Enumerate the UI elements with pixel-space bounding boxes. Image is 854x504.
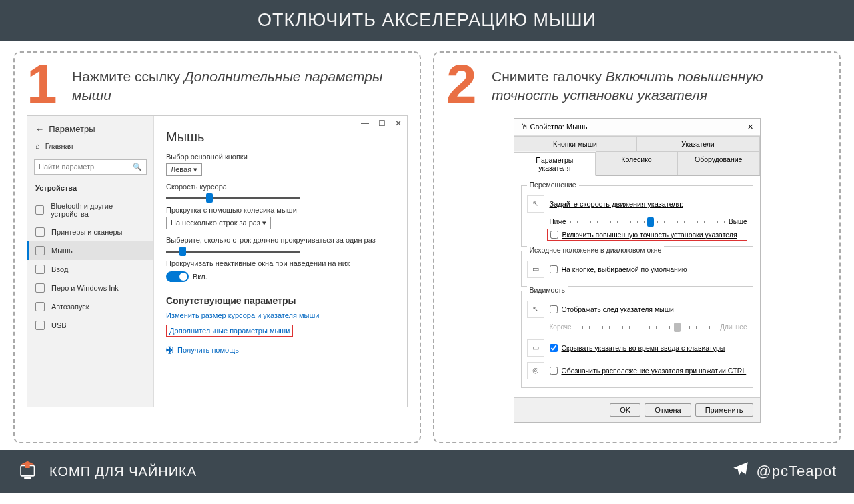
footer-handle: @pcTeapot bbox=[756, 463, 837, 480]
help-label: Получить помощь bbox=[177, 346, 239, 354]
checkbox-snap-to[interactable]: На кнопке, выбираемой по умолчанию bbox=[550, 265, 687, 273]
hide-typing-icon: ▭ bbox=[527, 339, 544, 357]
slider-low: Ниже bbox=[550, 218, 566, 225]
toggle-state: Вкл. bbox=[193, 273, 207, 281]
cursor-speed-slider[interactable] bbox=[166, 197, 300, 199]
sidebar-label: Принтеры и сканеры bbox=[51, 228, 122, 236]
dialog-titlebar: 🖱 Свойства: Мышь ✕ bbox=[514, 119, 760, 136]
step-2-caption-plain: Снимите галочку bbox=[492, 69, 606, 84]
snap-to-icon: ▭ bbox=[527, 261, 544, 278]
inactive-toggle[interactable]: Вкл. bbox=[166, 271, 207, 282]
group-vis-title: Видимость bbox=[527, 286, 568, 294]
checkbox-input[interactable] bbox=[550, 344, 558, 352]
autoplay-icon bbox=[35, 302, 45, 311]
link-cursor-size[interactable]: Изменить размер курсора и указателя мыши bbox=[166, 311, 395, 319]
sidebar-item-typing[interactable]: Ввод bbox=[27, 260, 153, 279]
usb-icon bbox=[35, 321, 45, 330]
sidebar-home[interactable]: ⌂Главная bbox=[27, 137, 153, 155]
step-1-caption-plain: Нажмите ссылку bbox=[72, 69, 184, 84]
group-snap-to: Исходное положение в диалоговом окне ▭ Н… bbox=[521, 251, 753, 287]
step-1-panel: 1 Нажмите ссылку Дополнительные параметр… bbox=[13, 51, 421, 443]
checkbox-trail[interactable]: Отображать след указателя мыши bbox=[550, 305, 674, 313]
sidebar-item-printers[interactable]: Принтеры и сканеры bbox=[27, 223, 153, 241]
checkbox-label: Отображать след указателя мыши bbox=[562, 305, 674, 313]
group-snap-title: Исходное положение в диалоговом окне bbox=[527, 246, 665, 254]
scroll-select[interactable]: На несколько строк за раз ▾ bbox=[166, 217, 271, 229]
step-1-caption: Нажмите ссылку Дополнительные параметры … bbox=[72, 59, 408, 105]
tabs-row-2: Параметры указателя Колесико Оборудовани… bbox=[514, 151, 760, 176]
home-icon: ⌂ bbox=[35, 142, 40, 150]
maximize-icon[interactable]: ☐ bbox=[378, 119, 386, 128]
sidebar-label: Перо и Windows Ink bbox=[51, 284, 119, 292]
home-label: Главная bbox=[45, 142, 73, 150]
sidebar-item-pen[interactable]: Перо и Windows Ink bbox=[27, 279, 153, 297]
checkbox-input[interactable] bbox=[550, 305, 558, 313]
keyboard-icon bbox=[35, 265, 45, 274]
tab-wheel[interactable]: Колесико bbox=[596, 151, 678, 175]
trail-long: Длиннее bbox=[720, 323, 747, 331]
primary-button-label: Выбор основной кнопки bbox=[166, 153, 395, 161]
close-icon[interactable]: ✕ bbox=[395, 119, 402, 128]
trail-short: Короче bbox=[550, 323, 572, 331]
checkbox-input[interactable] bbox=[550, 231, 558, 239]
app-title: Параметры bbox=[49, 124, 95, 134]
footer-brand: КОМП ДЛЯ ЧАЙНИКА bbox=[17, 460, 197, 483]
help-icon: 🕀 bbox=[166, 346, 173, 354]
mouse-properties-dialog: 🖱 Свойства: Мышь ✕ Кнопки мыши Указатели… bbox=[514, 118, 761, 423]
sidebar-item-usb[interactable]: USB bbox=[27, 316, 153, 335]
ctrl-locate-icon: ◎ bbox=[527, 362, 544, 379]
svg-marker-2 bbox=[21, 461, 34, 468]
search-input[interactable]: Найти параметр🔍 bbox=[34, 159, 147, 175]
printer-icon bbox=[35, 227, 45, 237]
search-icon: 🔍 bbox=[133, 163, 142, 171]
link-additional-mouse-params[interactable]: Дополнительные параметры мыши bbox=[166, 325, 293, 337]
page-title: ОТКЛЮЧИТЬ АКСЕЛЕРАЦИЮ МЫШИ bbox=[0, 0, 854, 41]
sidebar-item-autoplay[interactable]: Автозапуск bbox=[27, 297, 153, 316]
dialog-body: Перемещение ↖ Задайте скорость движения … bbox=[514, 176, 760, 397]
checkbox-ctrl-locate[interactable]: Обозначить расположение указателя при на… bbox=[550, 367, 747, 375]
sidebar-category: Устройства bbox=[27, 179, 153, 197]
cancel-button[interactable]: Отмена bbox=[645, 403, 691, 417]
sidebar-label: USB bbox=[51, 321, 67, 329]
tab-hardware[interactable]: Оборудование bbox=[678, 151, 760, 175]
mouse-icon bbox=[35, 246, 45, 255]
tab-pointers[interactable]: Указатели bbox=[637, 136, 760, 151]
minimize-icon[interactable]: — bbox=[361, 119, 369, 128]
lines-label: Выберите, сколько строк должно прокручив… bbox=[166, 236, 395, 244]
footer-telegram[interactable]: @pcTeapot bbox=[732, 461, 837, 482]
close-icon[interactable]: ✕ bbox=[747, 123, 753, 131]
lines-slider[interactable] bbox=[166, 251, 300, 253]
speed-label: Задайте скорость движения указателя: bbox=[550, 200, 683, 208]
tab-buttons[interactable]: Кнопки мыши bbox=[514, 136, 637, 151]
logo-icon bbox=[17, 460, 40, 483]
apply-button[interactable]: Применить bbox=[695, 403, 753, 417]
help-link[interactable]: 🕀Получить помощь bbox=[166, 346, 395, 354]
sidebar-item-mouse[interactable]: Мышь bbox=[27, 241, 153, 260]
settings-main: — ☐ ✕ Мышь Выбор основной кнопки Левая ▾… bbox=[154, 116, 407, 407]
tabs-row-1: Кнопки мыши Указатели bbox=[514, 136, 760, 151]
sidebar-label: Мышь bbox=[51, 247, 73, 255]
back-button[interactable]: ← Параметры bbox=[27, 121, 153, 137]
checkbox-input[interactable] bbox=[550, 367, 558, 375]
checkbox-enhance-precision[interactable]: Включить повышенную точность установки у… bbox=[547, 229, 747, 241]
speed-slider[interactable] bbox=[570, 221, 725, 223]
search-placeholder: Найти параметр bbox=[39, 163, 94, 171]
dialog-title: Свойства: Мышь bbox=[530, 123, 588, 131]
content: 1 Нажмите ссылку Дополнительные параметр… bbox=[0, 41, 854, 443]
trail-icon: ↖ bbox=[527, 301, 544, 318]
trail-slider bbox=[576, 326, 717, 329]
tab-pointer-options[interactable]: Параметры указателя bbox=[514, 152, 596, 176]
primary-button-select[interactable]: Левая ▾ bbox=[166, 163, 202, 176]
step-2-panel: 2 Снимите галочку Включить повышенную то… bbox=[433, 51, 841, 443]
group-visibility: Видимость ↖ Отображать след указателя мы… bbox=[521, 291, 753, 388]
settings-window: ← Параметры ⌂Главная Найти параметр🔍 Уст… bbox=[27, 115, 408, 407]
checkbox-hide-typing[interactable]: Скрывать указатель во время ввода с клав… bbox=[550, 344, 725, 352]
cursor-motion-icon: ↖ bbox=[527, 195, 544, 213]
footer-brand-text: КОМП ДЛЯ ЧАЙНИКА bbox=[49, 464, 197, 479]
group-motion: Перемещение ↖ Задайте скорость движения … bbox=[521, 185, 753, 247]
toggle-switch-icon bbox=[166, 271, 189, 282]
ok-button[interactable]: OK bbox=[610, 403, 640, 417]
sidebar-item-bluetooth[interactable]: Bluetooth и другие устройства bbox=[27, 197, 153, 223]
dialog-buttons: OK Отмена Применить bbox=[514, 397, 760, 422]
checkbox-input[interactable] bbox=[550, 265, 558, 273]
